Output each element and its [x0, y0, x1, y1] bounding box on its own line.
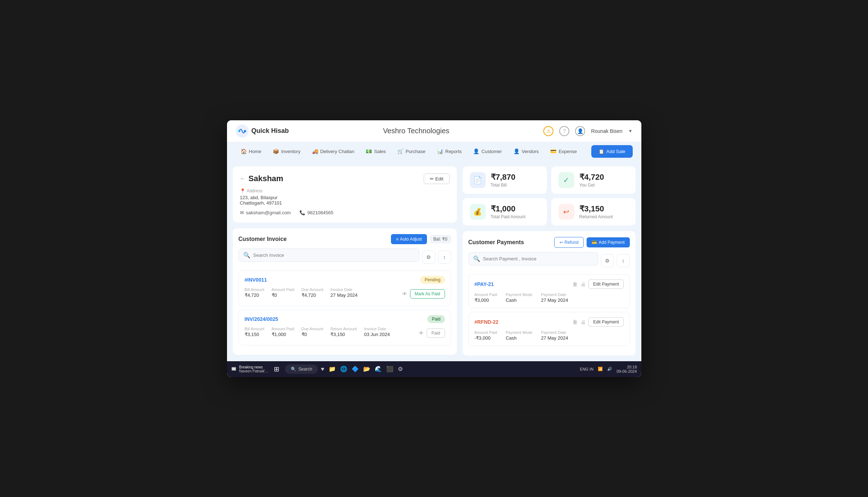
- invoice-id-2: INV/2024/0025: [245, 316, 278, 322]
- invoice-actions-1: 👁 Mark As Paid: [402, 289, 445, 299]
- nav-item-customer[interactable]: 👤 Customer: [468, 145, 507, 157]
- nav-item-delivery[interactable]: 🚚 Delivery Challan: [307, 145, 360, 157]
- payment-amount-paid-1: Amount Paid ₹3,000: [475, 292, 497, 303]
- invoice-status-1: Pending: [420, 276, 445, 284]
- returned-label: Returned Amount: [579, 214, 613, 219]
- payment-card-1-header: #PAY-21 🗑 🖨 Edit Payment: [475, 279, 624, 289]
- sort-icon: ↕: [443, 254, 446, 260]
- stat-card-total-paid: 💰 ₹1,000 Total Paid Amount: [463, 198, 547, 225]
- search-invoice-input[interactable]: [253, 252, 415, 258]
- windows-button[interactable]: ⊞: [271, 364, 282, 375]
- header-title: Veshro Technologies: [383, 127, 449, 135]
- payment-section-title: Customer Payments: [468, 239, 524, 246]
- delete-payment-2-icon[interactable]: 🗑: [573, 319, 578, 325]
- invoice-fields-1: Bill Amount ₹4,720 Amount Paid ₹0 Due Am…: [245, 287, 358, 298]
- payment-fields-2: Amount Paid -₹3,000 Payment Mode Cash Pa…: [475, 330, 624, 341]
- total-paid-value: ₹1,000: [491, 204, 526, 214]
- invoice-date-2: Invoice Date 03 Jun 2024: [364, 327, 390, 337]
- nav-label-delivery: Delivery Challan: [320, 149, 355, 154]
- search-payment-input[interactable]: [483, 256, 593, 261]
- sort-payment-button[interactable]: ↕: [617, 254, 630, 267]
- customer-name-row: ← Saksham: [240, 174, 284, 183]
- customer-card: ← Saksham ✏ Edit 📍 Address 123, abd, Bil…: [233, 166, 457, 223]
- user-icon[interactable]: 👤: [575, 126, 585, 136]
- payment-actions-2: 🗑 🖨 Edit Payment: [573, 317, 623, 327]
- auto-adjust-label: Auto Adjust: [400, 237, 422, 242]
- nav-item-sales[interactable]: 💵 Sales: [361, 145, 391, 157]
- nav-label-purchase: Purchase: [406, 149, 426, 154]
- customer-email: saksham@gmail.com: [246, 210, 291, 215]
- amount-paid-1: Amount Paid ₹0: [272, 287, 294, 298]
- nav-label-home: Home: [249, 149, 262, 154]
- view-invoice-2-icon[interactable]: 👁: [419, 330, 424, 336]
- invoice-search-row: 🔍 ⚙ ↕: [239, 248, 451, 266]
- filter-invoice-button[interactable]: ⚙: [422, 251, 435, 264]
- header-right: ⚠ ? 👤 Rounak Bisen ▼: [543, 126, 632, 136]
- payment-search-bar[interactable]: 🔍: [468, 252, 598, 265]
- invoice-search-bar[interactable]: 🔍: [239, 248, 419, 262]
- help-icon[interactable]: ?: [559, 126, 569, 136]
- taskbar-folder-icon[interactable]: 📁: [329, 366, 336, 372]
- bill-amount-1: Bill Amount ₹4,720: [245, 287, 264, 298]
- svg-point-1: [238, 130, 240, 132]
- view-invoice-1-icon[interactable]: 👁: [402, 291, 407, 297]
- nav-label-customer: Customer: [481, 149, 502, 154]
- taskbar-search[interactable]: 🔍 Search: [285, 364, 318, 374]
- right-panel: 📄 ₹7,870 Total Bill ✓ ₹4,720 You Get 💰: [463, 166, 636, 355]
- balance-badge: Bal: ₹0: [430, 235, 451, 243]
- paid-button-2[interactable]: Paid: [427, 328, 445, 338]
- notification-icon[interactable]: ⚠: [543, 126, 553, 136]
- user-dropdown-icon[interactable]: ▼: [628, 129, 633, 134]
- add-payment-button[interactable]: 💳 Add Payment: [587, 237, 629, 247]
- add-sale-button[interactable]: 📋 Add Sale: [591, 145, 633, 158]
- mark-paid-button-1[interactable]: Mark As Paid: [410, 289, 445, 299]
- delivery-icon: 🚚: [312, 148, 318, 154]
- back-icon[interactable]: ←: [240, 175, 246, 182]
- stat-card-returned: ↩ ₹3,150 Returned Amount: [551, 198, 636, 225]
- nav-item-home[interactable]: 🏠 Home: [236, 145, 267, 157]
- due-amount-2: Due Amount ₹0: [302, 327, 324, 337]
- nav-item-reports[interactable]: 📊 Reports: [432, 145, 467, 157]
- payment-card-1: #PAY-21 🗑 🖨 Edit Payment Amount Paid ₹3,…: [468, 274, 630, 308]
- invoice-section: Customer Invoice ≡ Auto Adjust Bal: ₹0 🔍: [233, 228, 457, 355]
- taskbar-heart-icon[interactable]: ♥: [321, 366, 324, 372]
- sort-payment-icon: ↕: [622, 258, 624, 264]
- user-name[interactable]: Rounak Bisen: [591, 128, 622, 134]
- nav-item-vendors[interactable]: 👤 Vendors: [508, 145, 544, 157]
- taskbar-news: 📰 Breaking news Naveen Patnaik'...: [231, 365, 268, 373]
- taskbar-chrome-icon[interactable]: 🌐: [340, 366, 347, 372]
- delete-payment-1-icon[interactable]: 🗑: [573, 281, 578, 287]
- logo-icon: [236, 125, 249, 138]
- invoice-fields-2: Bill Amount ₹3,150 Amount Paid ₹1,000 Du…: [245, 327, 390, 337]
- edit-payment-1-button[interactable]: Edit Payment: [588, 279, 623, 289]
- print-payment-2-icon[interactable]: 🖨: [580, 319, 586, 325]
- customer-icon: 👤: [473, 148, 479, 154]
- print-payment-1-icon[interactable]: 🖨: [580, 281, 586, 287]
- auto-adjust-button[interactable]: ≡ Auto Adjust: [391, 234, 427, 244]
- nav-item-inventory[interactable]: 📦 Inventory: [268, 145, 305, 157]
- nav-item-expense[interactable]: 💳 Expense: [545, 145, 582, 157]
- refund-button[interactable]: ↩ Refund: [554, 237, 584, 248]
- you-get-value: ₹4,720: [579, 173, 604, 182]
- taskbar-terminal-icon[interactable]: ⬛: [386, 366, 393, 372]
- stat-card-total-bill: 📄 ₹7,870 Total Bill: [463, 166, 547, 194]
- invoice-card-2: INV/2024/0025 Paid Bill Amount ₹3,150 Am…: [239, 310, 451, 345]
- nav-item-purchase[interactable]: 🛒 Purchase: [392, 145, 431, 157]
- taskbar-dev-icon[interactable]: ⚙: [398, 366, 403, 372]
- taskbar-vscode-icon[interactable]: 🔷: [352, 366, 359, 372]
- edit-payment-2-button[interactable]: Edit Payment: [588, 317, 623, 327]
- taskbar-edge-icon[interactable]: 🌊: [375, 366, 382, 372]
- taskbar-right: ENG IN 📶 🔊 20:18 09-06-2024: [580, 365, 637, 373]
- payment-amount-paid-2: Amount Paid -₹3,000: [475, 330, 497, 341]
- edit-customer-button[interactable]: ✏ Edit: [424, 174, 449, 184]
- nav-bar: 🏠 Home 📦 Inventory 🚚 Delivery Challan 💵 …: [227, 142, 641, 161]
- payment-date-2: Payment Date 27 May 2024: [541, 330, 568, 341]
- main-content: ← Saksham ✏ Edit 📍 Address 123, abd, Bil…: [227, 161, 641, 361]
- payment-fields-1: Amount Paid ₹3,000 Payment Mode Cash Pay…: [475, 292, 624, 303]
- invoice-status-2: Paid: [427, 315, 445, 323]
- filter-payment-button[interactable]: ⚙: [601, 254, 614, 267]
- sort-invoice-button[interactable]: ↕: [438, 251, 451, 264]
- news-content: Breaking news Naveen Patnaik'...: [239, 365, 268, 373]
- taskbar-explorer-icon[interactable]: 📂: [363, 366, 370, 372]
- address-label: 📍 Address: [240, 188, 450, 193]
